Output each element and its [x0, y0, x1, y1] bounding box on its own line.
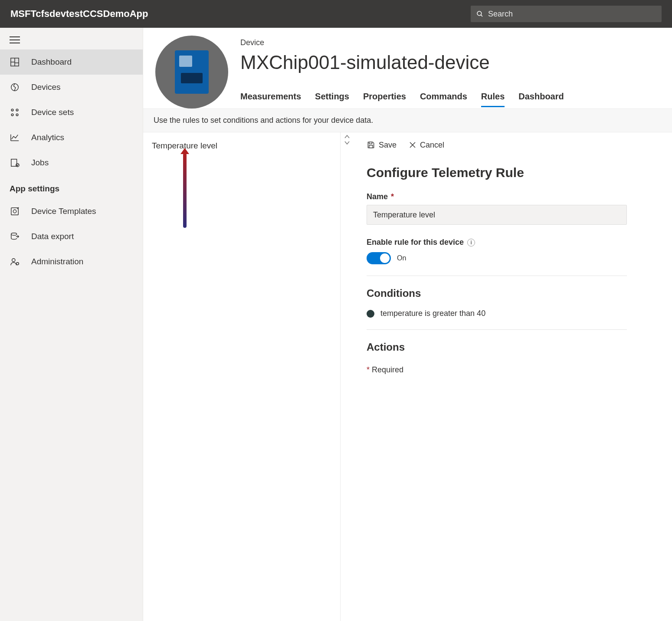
sidebar-item-jobs[interactable]: Jobs — [0, 150, 143, 175]
condition-item[interactable]: temperature is greater than 40 — [367, 309, 659, 318]
rule-detail-panel: Save Cancel Configure Telemetry Rule Nam… — [354, 132, 672, 621]
svg-line-1 — [481, 15, 482, 16]
dashboard-icon — [10, 57, 20, 67]
svg-point-17 — [13, 210, 16, 213]
search-icon — [476, 10, 484, 18]
required-note: * Required — [367, 365, 659, 375]
svg-point-11 — [16, 109, 18, 111]
search-box[interactable] — [471, 6, 662, 22]
condition-dot-icon — [367, 310, 374, 318]
scroll-down-button[interactable] — [344, 140, 350, 145]
sidebar-item-analytics[interactable]: Analytics — [0, 125, 143, 150]
tab-measurements[interactable]: Measurements — [240, 92, 301, 107]
cancel-button-label: Cancel — [420, 141, 444, 150]
info-strip: Use the rules to set conditions and acti… — [143, 109, 672, 132]
tab-rules[interactable]: Rules — [481, 92, 505, 107]
sidebar-item-devices[interactable]: Devices — [0, 75, 143, 100]
device-label: Device — [240, 38, 663, 47]
sidebar-item-device-sets[interactable]: Device sets — [0, 100, 143, 125]
svg-point-21 — [16, 263, 19, 265]
sidebar-item-label: Dashboard — [31, 57, 72, 67]
annotation-arrow — [183, 153, 187, 228]
svg-point-0 — [477, 11, 482, 16]
rule-name-input[interactable] — [367, 205, 627, 225]
devices-icon — [10, 82, 20, 92]
save-icon — [367, 141, 375, 149]
sidebar-item-label: Administration — [31, 257, 83, 266]
divider — [367, 276, 627, 276]
toggle-state-label: On — [397, 254, 406, 262]
conditions-heading: Conditions — [367, 287, 659, 299]
sidebar-item-label: Device Templates — [31, 207, 96, 216]
device-header: Device MXChip001-simulated-device Measur… — [143, 28, 672, 109]
svg-point-20 — [12, 259, 15, 262]
device-sets-icon — [10, 108, 20, 117]
sidebar: Dashboard Devices Device sets Analytics — [0, 28, 143, 621]
sidebar-item-label: Jobs — [31, 158, 49, 168]
jobs-icon — [10, 158, 20, 168]
svg-point-13 — [16, 114, 18, 116]
device-chip-icon — [175, 50, 209, 94]
device-tabs: Measurements Settings Properties Command… — [240, 92, 663, 107]
sidebar-item-label: Device sets — [31, 108, 74, 117]
device-avatar — [155, 36, 228, 108]
analytics-icon — [10, 133, 20, 142]
data-export-icon — [10, 232, 20, 241]
top-bar: MSFTcfsdevtestCCSDemoApp — [0, 0, 672, 28]
info-icon[interactable]: i — [467, 239, 475, 246]
rule-list-item[interactable]: Temperature level — [152, 141, 331, 151]
device-name: MXChip001-simulated-device — [240, 52, 663, 73]
svg-point-12 — [11, 114, 13, 116]
svg-rect-26 — [369, 142, 372, 144]
sidebar-item-device-templates[interactable]: Device Templates — [0, 199, 143, 224]
device-templates-icon — [10, 207, 20, 216]
enable-label: Enable rule for this device — [367, 238, 464, 247]
sidebar-item-label: Data export — [31, 232, 74, 241]
rule-toolbar: Save Cancel — [367, 132, 659, 158]
required-star-icon: * — [389, 192, 394, 201]
rules-list: Temperature level — [143, 132, 341, 621]
actions-heading: Actions — [367, 341, 659, 353]
condition-text: temperature is greater than 40 — [380, 309, 485, 318]
rule-form-title: Configure Telemetry Rule — [367, 165, 659, 180]
enable-toggle[interactable] — [367, 252, 391, 264]
app-title: MSFTcfsdevtestCCSDemoApp — [10, 8, 471, 20]
sidebar-item-label: Analytics — [31, 133, 64, 142]
name-label: Name * — [367, 192, 659, 201]
tab-settings[interactable]: Settings — [315, 92, 349, 107]
list-scroll-buttons — [341, 132, 354, 621]
save-button[interactable]: Save — [367, 141, 397, 150]
cancel-button[interactable]: Cancel — [409, 141, 444, 150]
sidebar-section-heading: App settings — [0, 175, 143, 199]
tab-dashboard[interactable]: Dashboard — [518, 92, 564, 107]
sidebar-item-label: Devices — [31, 82, 61, 92]
divider — [367, 329, 627, 330]
search-input[interactable] — [488, 10, 656, 19]
svg-point-19 — [11, 233, 17, 236]
sidebar-item-administration[interactable]: Administration — [0, 249, 143, 274]
save-button-label: Save — [379, 141, 397, 150]
tab-properties[interactable]: Properties — [363, 92, 406, 107]
svg-point-10 — [11, 109, 13, 111]
administration-icon — [10, 257, 20, 266]
sidebar-item-data-export[interactable]: Data export — [0, 224, 143, 249]
sidebar-item-dashboard[interactable]: Dashboard — [0, 49, 143, 75]
tab-commands[interactable]: Commands — [420, 92, 467, 107]
main-content: Device MXChip001-simulated-device Measur… — [143, 28, 672, 621]
scroll-up-button[interactable] — [344, 134, 350, 139]
nav-toggle-button[interactable] — [0, 30, 143, 49]
close-icon — [409, 141, 416, 149]
svg-rect-27 — [369, 145, 373, 148]
